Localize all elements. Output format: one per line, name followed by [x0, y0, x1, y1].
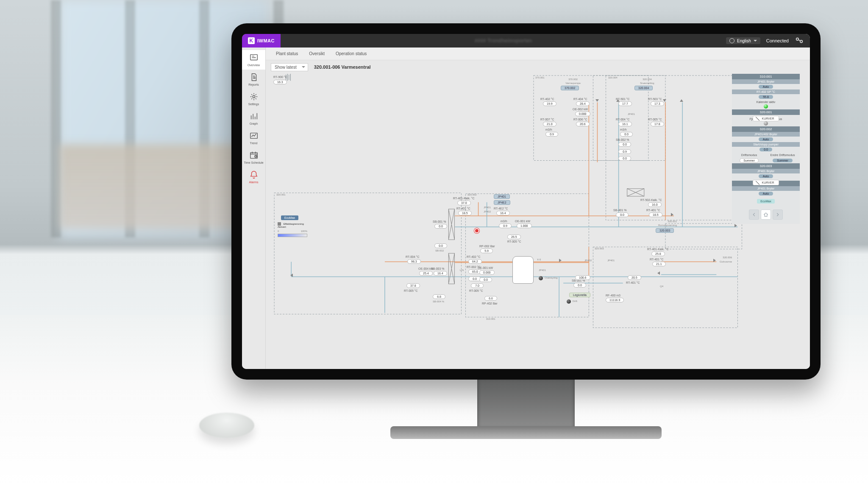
rp-ecomax[interactable]: EcoMax — [757, 199, 774, 204]
tab-plant-status[interactable]: Plant status — [276, 51, 298, 56]
sb401pct-value[interactable]: 0.0 — [616, 212, 629, 217]
nav-reports[interactable]: Reports — [242, 70, 265, 89]
zone-320001: 320.001 — [276, 193, 286, 196]
sb003pct-value[interactable]: 16.4 — [434, 271, 447, 276]
oe002kw-value[interactable]: 0.000 — [575, 112, 590, 116]
svg-point-0 — [796, 38, 799, 41]
rt401c-d-label: RT-401 °C — [646, 209, 660, 212]
rp-kurver-btn-1[interactable]: KURVER — [753, 116, 779, 121]
oe004kw-value[interactable]: 25.4 — [419, 271, 433, 276]
rt404c-label: RT-404 °C — [573, 98, 587, 101]
nav-overview[interactable]: Overview — [242, 50, 265, 70]
sb001pct-label: SB-001 % — [433, 220, 446, 223]
show-latest-label: Show latest — [275, 65, 297, 70]
rt402c2-value[interactable]: 64.2 — [468, 259, 482, 264]
zone-370002: 370.002 — [560, 78, 586, 81]
rt401c-c-label: RT-401 °C — [650, 258, 664, 261]
rt004c-b-value[interactable]: 16.1 — [618, 122, 632, 126]
rp-auto-3[interactable]: Auto — [759, 174, 773, 178]
pager-prev[interactable] — [749, 210, 759, 220]
d0-1-value[interactable]: 0.0 — [434, 243, 447, 248]
sb002pct-value[interactable]: 0.0 — [618, 142, 631, 147]
rt502kalk-value[interactable]: 16.0 — [648, 202, 662, 207]
rp-sommer-1[interactable]: Sommer — [740, 158, 758, 163]
hdr-370002[interactable]: 370.002 — [561, 86, 579, 90]
zone-gulv: Gulvvarme — [702, 260, 732, 263]
zone-romopp2: Romoppvarming — [647, 224, 677, 226]
legionella-hdr[interactable]: Legionella — [569, 293, 590, 297]
d0-5[interactable]: 0.0 — [618, 156, 631, 161]
d205-value[interactable]: 20.5 — [628, 275, 641, 280]
rt005c-d-value[interactable]: 17.8 — [651, 122, 664, 126]
overstyring-label: Overstyring — [545, 277, 558, 279]
rp-320001-title: 320.001 — [732, 109, 800, 115]
rp002bar-value[interactable]: 5.9 — [480, 249, 493, 253]
arrow-right-3 — [713, 259, 716, 262]
rp-auto-4[interactable]: Auto — [759, 192, 773, 196]
rt401kalk-value[interactable]: 37.0 — [457, 201, 471, 205]
pager-next[interactable] — [773, 210, 783, 220]
brand-logo[interactable]: K IWMAC — [242, 34, 281, 48]
oe004kw-label: OE-004 kW — [418, 267, 434, 270]
connected-label: Connected — [766, 38, 789, 43]
rt4e2c-value[interactable]: 16.4 — [496, 211, 510, 215]
rt006c-value[interactable]: 20.6 — [576, 122, 590, 126]
rf400m3-value[interactable]: 11116.9 — [606, 298, 624, 302]
ecomax-badge[interactable]: EcoMax — [281, 215, 298, 220]
rt004c-value[interactable]: 98.3 — [407, 259, 421, 264]
rp-kurver-btn-2[interactable]: KURVER — [753, 180, 779, 185]
m3h-c-value[interactable]: 0.0 — [620, 132, 633, 137]
rp-auto-2[interactable]: Auto — [759, 137, 773, 141]
rt404c-value[interactable]: 28.4 — [576, 101, 590, 106]
rp-kal-aktiv: Kalender aktiv — [757, 101, 775, 103]
sb001pct-value[interactable]: 0.0 — [434, 224, 447, 229]
d1006-value[interactable]: 100.6 — [575, 275, 590, 280]
rt401kalk-b-value[interactable]: 25.8 — [651, 251, 665, 256]
d26-5[interactable]: 26.5 — [507, 235, 521, 239]
d68sb-value[interactable]: 6.8 — [433, 294, 445, 299]
nav-settings[interactable]: Settings — [242, 89, 265, 109]
oe001kw-b-value[interactable]: 0.000 — [479, 270, 495, 275]
d70-value[interactable]: 7.0 — [471, 283, 484, 288]
language-selector[interactable]: English — [726, 37, 760, 44]
jp4e2-hdr[interactable]: JP4E2 — [494, 200, 510, 205]
nav-time-schedule[interactable]: Time Schedule — [242, 148, 265, 167]
hdr-320004[interactable]: 320.004 — [634, 86, 653, 90]
d0-4[interactable]: 0.9 — [618, 149, 631, 154]
monitor-bezel: K IWMAC #### Trondheimsporten English Co… — [231, 23, 821, 380]
nav-alarms[interactable]: Alarms — [242, 167, 265, 187]
d66-value[interactable]: 6.6 — [484, 296, 497, 301]
tab-oversikt[interactable]: Oversikt — [309, 51, 325, 56]
oe001kw-value[interactable]: 1.000 — [517, 224, 532, 228]
sb001pct-b-value[interactable]: 0.0 — [573, 283, 586, 288]
show-latest-select[interactable]: Show latest — [271, 63, 308, 71]
m3h-a-value[interactable]: 0.9 — [545, 132, 558, 137]
rp-rt402sp-value[interactable]: 55.8 — [759, 95, 773, 99]
rp-auto-1[interactable]: Auto — [759, 85, 773, 89]
rp-pager — [732, 206, 800, 224]
d0-2-value[interactable]: 0.0 — [479, 277, 492, 282]
d378-value[interactable]: 37.8 — [406, 283, 420, 288]
jp401-hdr[interactable]: JP401 — [494, 194, 510, 199]
page-title: 320.001-006 Varmesentral — [314, 64, 371, 70]
rt402c-value[interactable]: 19.9 — [543, 101, 556, 106]
diagram-canvas[interactable]: RT-900 °C 16.3 320.001 320.002 310.001 3… — [266, 74, 810, 369]
tab-operation-status[interactable]: Operation status — [336, 51, 367, 56]
zone-370001: 370.001 — [535, 76, 545, 79]
rt007c-value[interactable]: 21.0 — [543, 122, 556, 126]
rt401c-c-value[interactable]: 21.1 — [652, 262, 666, 266]
nav-graph[interactable]: Graph — [242, 109, 265, 128]
rp-sommer-2[interactable]: Sommer — [773, 159, 792, 162]
rp-startstopp-value[interactable]: 0.0 — [760, 148, 772, 151]
rt401c-d-value[interactable]: 18.5 — [649, 212, 662, 217]
rt401c-value[interactable]: 18.5 — [458, 211, 472, 215]
connection-icon[interactable] — [795, 36, 804, 46]
nav-trend[interactable]: Trend — [242, 128, 265, 148]
alarm-dot-icon[interactable] — [474, 228, 479, 233]
rt503c-value[interactable]: 17.3 — [651, 101, 664, 106]
rt501c-value[interactable]: 17.7 — [618, 101, 632, 106]
nav-graph-label: Graph — [250, 122, 258, 125]
pager-home[interactable] — [761, 210, 771, 220]
hdr-320003[interactable]: 320.003 — [656, 228, 674, 233]
m3h-b-value[interactable]: 0.9 — [499, 224, 512, 228]
